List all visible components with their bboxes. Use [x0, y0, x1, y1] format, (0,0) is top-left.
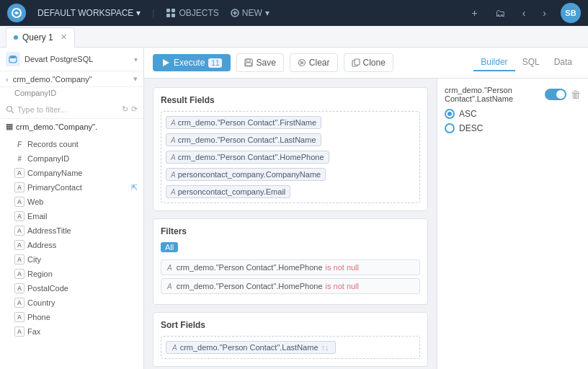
sync-icon[interactable]: ⟳: [131, 105, 138, 114]
execute-badge: 11: [208, 58, 222, 68]
tree-item-label: Records count: [27, 140, 79, 148]
field-tag-lastname[interactable]: A crm_demo."Person Contact".LastName: [166, 133, 321, 146]
filters-section: Filters All A crm_demo."Person Contact".…: [153, 218, 428, 305]
tree-item-web[interactable]: A Web: [0, 195, 143, 209]
refresh-icon[interactable]: ↻: [122, 105, 128, 114]
tree-item-address[interactable]: A Address: [0, 238, 143, 252]
svg-rect-12: [246, 63, 251, 66]
collapse-arrow[interactable]: ‹: [6, 75, 9, 84]
svg-rect-4: [172, 14, 175, 17]
radio-desc[interactable]: DESC: [445, 123, 581, 133]
objects-label: OBJECTS: [179, 8, 218, 18]
tree-section-root[interactable]: ▦ crm_demo."Company".: [0, 119, 143, 134]
tab-query1[interactable]: Query 1 ✕: [6, 27, 75, 48]
sidebar-db-header[interactable]: Devart PostgreSQL ▾: [0, 48, 143, 71]
radio-asc[interactable]: ASC: [445, 109, 581, 119]
result-fields-tags[interactable]: A crm_demo."Person Contact".FirstName A …: [161, 111, 420, 203]
field-type-icon: A: [171, 171, 176, 179]
sort-field-label: crm_demo."Person Contact".LastName: [180, 343, 318, 352]
field-type-icon-a8: A: [14, 269, 24, 279]
clear-label: Clear: [309, 58, 330, 68]
expand-link-icon[interactable]: ⇱: [131, 183, 138, 192]
tree-item-label: PostalCode: [27, 284, 68, 293]
expand-arrow: ▾: [133, 74, 138, 84]
new-nav[interactable]: NEW ▾: [231, 8, 270, 18]
sort-tag-lastname[interactable]: A crm_demo."Person Contact".LastName ↑↓: [166, 341, 336, 354]
filter-condition-badge[interactable]: All: [161, 242, 178, 252]
tree-item-fax[interactable]: A Fax: [0, 324, 143, 339]
search-icon: [6, 105, 14, 114]
filter-row-1[interactable]: A crm_demo."Person Contact".HomePhone is…: [161, 259, 420, 275]
tree-item-city[interactable]: A City: [0, 252, 143, 267]
field-tag-label: crm_demo."Person Contact".LastName: [178, 135, 316, 144]
tree-item-label: City: [27, 255, 41, 264]
sidebar-tree: F Records count # CompanyID A CompanyNam…: [0, 134, 143, 369]
field-tag-email[interactable]: A personcontact_company.Email: [166, 185, 290, 198]
field-tag-companyname[interactable]: A personcontact_company.CompanyName: [166, 168, 326, 181]
radio-asc-circle: [445, 109, 455, 119]
sort-field-icon: A: [172, 344, 177, 352]
tree-item-records[interactable]: F Records count: [0, 137, 143, 151]
delete-field-button[interactable]: 🗑: [571, 89, 581, 100]
db-arrow-icon: ▾: [134, 55, 138, 63]
tree-item-label: Country: [27, 298, 55, 307]
field-type-icon-a12: A: [14, 326, 24, 337]
tree-item-region[interactable]: A Region: [0, 267, 143, 281]
filter-row-2[interactable]: A crm_demo."Person Contact".HomePhone is…: [161, 278, 420, 294]
execute-button[interactable]: Execute 11: [153, 54, 231, 71]
tree-item-email[interactable]: A Email: [0, 209, 143, 223]
tree-item-label: Region: [27, 270, 53, 278]
field-type-icon-a7: A: [14, 254, 24, 264]
svg-rect-1: [166, 9, 170, 12]
svg-marker-9: [163, 59, 169, 66]
new-chevron: ▾: [265, 8, 270, 18]
objects-nav[interactable]: OBJECTS: [166, 8, 218, 18]
next-button[interactable]: ›: [540, 6, 549, 20]
field-tag-label: personcontact_company.CompanyName: [178, 170, 321, 179]
query-body: Result Fields A crm_demo."Person Contact…: [144, 79, 588, 369]
tab-sql[interactable]: SQL: [515, 54, 547, 72]
tree-item-country[interactable]: A Country: [0, 295, 143, 310]
clone-button[interactable]: Clone: [344, 53, 393, 72]
sort-fields-tags[interactable]: A crm_demo."Person Contact".LastName ↑↓: [161, 336, 420, 359]
tree-subitem: CompanyID: [0, 87, 143, 100]
db-name: Devart PostgreSQL: [24, 55, 130, 63]
tree-item-companyname[interactable]: A CompanyName: [0, 166, 143, 180]
tree-parent: crm_demo."Company": [13, 75, 92, 84]
field-type-icon-hash: #: [14, 154, 24, 164]
tab-data[interactable]: Data: [547, 54, 579, 72]
file-icon[interactable]: 🗂: [492, 6, 508, 20]
field-type-icon-a9: A: [14, 283, 24, 293]
tree-item-postalcode[interactable]: A PostalCode: [0, 281, 143, 295]
db-icon: [6, 52, 20, 66]
field-toggle[interactable]: [545, 89, 566, 100]
save-button[interactable]: Save: [236, 53, 283, 72]
tab-bar: Query 1 ✕: [0, 26, 588, 48]
add-tab-button[interactable]: +: [468, 6, 480, 20]
main-layout: Devart PostgreSQL ▾ ‹ crm_demo."Company"…: [0, 48, 588, 369]
save-icon: [244, 58, 253, 67]
field-tag-homephone[interactable]: A crm_demo."Person Contact".HomePhone: [166, 151, 329, 164]
field-tag-firstname[interactable]: A crm_demo."Person Contact".FirstName: [166, 116, 321, 129]
content-area: Execute 11 Save Clear Clone Builder SQL …: [144, 48, 588, 369]
tree-item-primarycontact[interactable]: A PrimaryContact ⇱: [0, 180, 143, 195]
workspace-selector[interactable]: DEFAULT WORKSPACE ▾: [37, 8, 141, 18]
prev-button[interactable]: ‹: [520, 6, 529, 20]
field-type-icon: A: [171, 119, 176, 127]
tab-close-button[interactable]: ✕: [61, 32, 67, 42]
avatar[interactable]: SB: [561, 3, 581, 23]
search-input[interactable]: [17, 105, 119, 114]
tree-item-addresstitle[interactable]: A AddressTitle: [0, 223, 143, 238]
filters-title: Filters: [161, 226, 420, 236]
tree-item-companyid[interactable]: # CompanyID: [0, 151, 143, 166]
tree-item-phone[interactable]: A Phone: [0, 310, 143, 324]
tab-label: Query 1: [22, 32, 53, 43]
clear-button[interactable]: Clear: [290, 53, 338, 72]
grid-icon: ▦: [6, 122, 13, 131]
play-icon: [161, 58, 170, 67]
clone-icon: [352, 58, 360, 67]
tab-builder[interactable]: Builder: [473, 54, 514, 71]
query-main: Result Fields A crm_demo."Person Contact…: [144, 79, 437, 369]
sort-order-icon[interactable]: ↑↓: [321, 343, 329, 352]
tree-item-label: CompanyName: [27, 169, 82, 177]
